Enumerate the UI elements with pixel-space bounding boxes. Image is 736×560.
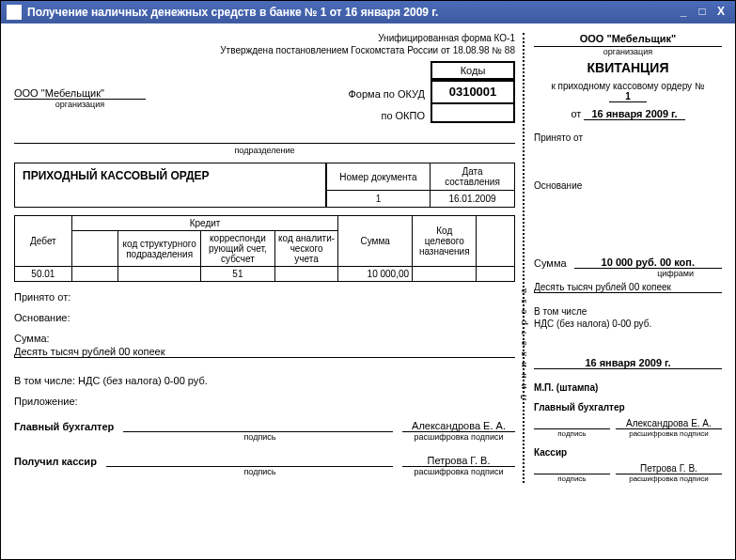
sub-decode-1: расшифровка подписи — [402, 432, 515, 442]
accepted-from-label: Принято от: — [14, 291, 515, 303]
th-target: Код целевого назначения — [413, 216, 477, 267]
okud-value: 0310001 — [431, 80, 515, 104]
cell-sum: 10 000,00 — [338, 267, 413, 282]
th-debit: Дебет — [15, 216, 72, 267]
order-form: ООО "Мебельщик" организация Унифицирован… — [14, 33, 523, 483]
doc-num-label: Номер документа — [327, 163, 431, 191]
cell-c2 — [118, 267, 201, 282]
th-c2: код структурного подразделения — [118, 231, 201, 267]
sub-sign-2: подпись — [127, 467, 393, 476]
receipt-sum-value: 10 000 руб. 00 коп. — [574, 257, 722, 269]
receipt-title: КВИТАНЦИЯ — [534, 60, 722, 75]
org-sub: организация — [14, 100, 146, 109]
th-credit: Кредит — [71, 216, 338, 231]
receipt-sum-label: Сумма — [534, 257, 567, 269]
receipt-sum-words: Десять тысяч рублей 00 копеек — [534, 282, 722, 293]
org-name: ООО "Мебельщик" — [14, 87, 146, 100]
doc-date-value: 16.01.2009 — [431, 191, 515, 208]
receipt-cashier: Кассир — [534, 447, 722, 458]
receipt-chief-name: Александрова Е. А. — [616, 418, 722, 429]
subdivision-value — [14, 131, 515, 144]
sub-sign-1: подпись — [127, 432, 393, 442]
cut-line-label: Л и н и я о т р е з а — [519, 287, 528, 400]
cell-c3: 51 — [201, 267, 275, 282]
receipt-chief-sign — [534, 418, 610, 429]
sum-words: Десять тысяч рублей 00 копеек — [14, 346, 515, 358]
including-line: В том числе: НДС (без налога) 0-00 руб. — [14, 375, 515, 386]
titlebar: Получение наличных денежных средств в ба… — [1, 1, 735, 23]
doc-date-label: Дата составления — [431, 163, 515, 191]
attachment-label: Приложение: — [14, 396, 515, 407]
cashier-role: Получил кассир — [14, 456, 97, 467]
cell-c1 — [71, 267, 118, 282]
basis-label: Основание: — [14, 312, 515, 323]
okud-label: Форма по ОКУД — [349, 82, 431, 106]
codes-header: Коды — [431, 61, 515, 80]
receipt-cashier-sign — [534, 463, 610, 474]
cashier-name: Петрова Г. В. — [402, 455, 515, 467]
r-sub-decode-2: расшифровка подписи — [616, 474, 722, 483]
maximize-button[interactable]: □ — [694, 5, 711, 20]
cell-extra — [477, 267, 515, 282]
receipt-to-order: к приходному кассовому ордеру № — [551, 81, 704, 91]
accounting-table: Дебет Кредит Сумма Код целевого назначен… — [14, 215, 515, 282]
th-c4: код аналити-ческого учета — [274, 231, 338, 267]
receipt-date2: 16 января 2009 г. — [534, 357, 722, 369]
close-button[interactable]: X — [713, 5, 729, 20]
minimize-button[interactable]: _ — [675, 5, 692, 20]
form-id-line: Унифицированная форма КО-1 — [220, 33, 515, 43]
subdivision-sub: подразделение — [14, 146, 515, 155]
receipt-date: 16 января 2009 г. — [584, 108, 684, 120]
th-sum: Сумма — [338, 216, 413, 267]
window-title: Получение наличных денежных средств в ба… — [27, 6, 673, 19]
okpo-label: по ОКПО — [381, 106, 431, 125]
sum-label: Сумма: — [14, 333, 515, 344]
th-c3: корреспонди рующий счет, субсчет — [201, 231, 275, 267]
sub-decode-2: расшифровка подписи — [402, 467, 515, 476]
th-c1 — [71, 231, 118, 267]
receipt-date-prefix: от — [571, 108, 581, 119]
doc-num-value: 1 — [327, 191, 431, 208]
receipt-sum-sub: цифрами — [534, 269, 722, 278]
r-sub-sign-1: подпись — [534, 429, 610, 438]
r-sub-sign-2: подпись — [534, 474, 610, 483]
app-window: Получение наличных денежных средств в ба… — [0, 0, 736, 560]
app-icon — [7, 5, 22, 20]
chief-acc-name: Александрова Е. А. — [402, 420, 515, 432]
doc-number-table: Номер документа Дата составления 1 16.01… — [326, 163, 515, 208]
cell-c4 — [274, 267, 338, 282]
pko-title: ПРИХОДНЫЙ КАССОВЫЙ ОРДЕР — [14, 163, 326, 208]
receipt-form: ООО "Мебельщик" организация КВИТАНЦИЯ к … — [525, 33, 722, 483]
cut-line: Л и н и я о т р е з а — [523, 33, 525, 483]
document-area: ООО "Мебельщик" организация Унифицирован… — [1, 23, 735, 559]
receipt-order-num: 1 — [609, 91, 647, 102]
cell-target — [413, 267, 477, 282]
receipt-basis: Основание — [534, 180, 722, 191]
receipt-including-label: В том числе — [534, 306, 722, 317]
th-extra — [477, 216, 515, 267]
receipt-including-value: НДС (без налога) 0-00 руб. — [534, 319, 722, 329]
receipt-org: ООО "Мебельщик" — [534, 33, 722, 47]
receipt-org-sub: организация — [534, 47, 722, 56]
approved-line: Утверждена постановлением Госкомстата Ро… — [220, 45, 515, 55]
receipt-accepted-from: Принято от — [534, 132, 722, 143]
chief-acc-role: Главный бухгалтер — [14, 421, 114, 432]
cell-debit: 50.01 — [15, 267, 72, 282]
r-sub-decode-1: расшифровка подписи — [616, 429, 722, 438]
receipt-stamp: М.П. (штампа) — [534, 382, 722, 393]
receipt-chief-acc: Главный бухгалтер — [534, 402, 722, 412]
receipt-cashier-name: Петрова Г. В. — [616, 463, 722, 474]
okpo-value — [431, 104, 515, 123]
